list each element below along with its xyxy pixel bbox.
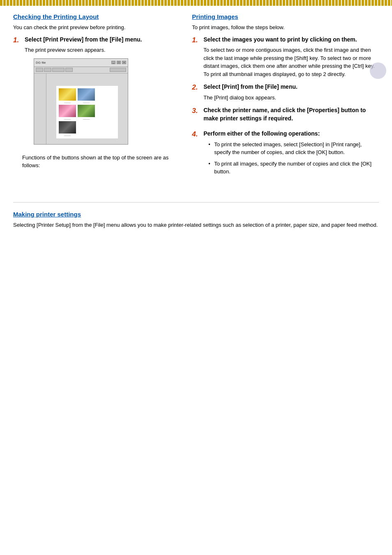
section1-intro: You can check the print preview before p… (13, 23, 179, 32)
thumb-pink: ______ (59, 105, 76, 120)
thumb-green-cap: ______ (78, 117, 95, 120)
thumb-blue-img (78, 88, 95, 101)
preview-body: ______ ______ (34, 74, 128, 145)
thumb-pink-cap: ______ (59, 117, 76, 120)
preview-row3: ______ (59, 121, 115, 136)
preview-toolbar: DG file _ □ × (34, 59, 128, 67)
thumb-yellow: ______ (59, 88, 76, 103)
prev-tool-btn5 (110, 68, 126, 72)
preview-sidebar (34, 74, 46, 145)
step1-right-desc: To select two or more contiguous images,… (203, 46, 379, 78)
preview-row2: ______ ______ (59, 105, 115, 120)
preview-page: ______ ______ (56, 86, 118, 138)
section1-title: Checking the Printing Layout (13, 13, 179, 20)
step2-right: 2. Select [Print] from the [File] menu. … (192, 83, 379, 101)
step4-right-title: Perform either of the following operatio… (203, 130, 379, 138)
step2-right-desc: The [Print] dialog box appears. (203, 94, 379, 102)
prev-tool-btn3 (52, 68, 65, 72)
step2-right-title: Select [Print] from the [File] menu. (203, 83, 379, 91)
left-column: Checking the Printing Layout You can che… (13, 13, 189, 184)
thumb-yellow-cap: ______ (59, 101, 76, 103)
thumb-dark: ______ (59, 121, 76, 136)
thumb-yellow-img (59, 88, 76, 101)
step1-left-title: Select [Print Preview] from the [File] m… (25, 36, 179, 44)
top-decorative-border (0, 0, 392, 6)
print-preview-screenshot: DG file _ □ × (34, 58, 128, 145)
step2-right-content: Select [Print] from the [File] menu. The… (203, 83, 379, 101)
preview-minimize-btn: _ (111, 61, 115, 64)
thumb-green: ______ (78, 105, 95, 120)
step4-right-number: 4. (192, 130, 201, 138)
section-divider (13, 202, 379, 203)
step1-right-number: 1. (192, 36, 201, 44)
step1-left: 1. Select [Print Preview] from the [File… (13, 36, 179, 149)
thumb-pink-img (59, 105, 76, 117)
step1-right-content: Select the images you want to print by c… (203, 36, 379, 78)
step1-left-desc: The print preview screen appears. (25, 46, 179, 54)
step3-right: 3. Check the printer name, and click the… (192, 106, 379, 125)
thumb-dark-img (59, 121, 76, 134)
step3-right-title: Check the printer name, and click the [P… (203, 106, 379, 122)
content-area: Checking the Printing Layout You can che… (0, 13, 392, 184)
section3-title: Making printer settings (13, 211, 379, 218)
section2-intro: To print images, follow the steps below. (192, 23, 379, 32)
thumb-blue-cap: ______ (78, 101, 95, 103)
thumb-blue: ______ (78, 88, 95, 103)
step3-right-content: Check the printer name, and click the [P… (203, 106, 379, 125)
preview-maximize-btn: □ (117, 61, 121, 64)
step4-bullet-list: To print the selected images, select [Se… (203, 140, 379, 176)
step1-left-content: Select [Print Preview] from the [File] m… (25, 36, 179, 149)
preview-main: ______ ______ (46, 74, 128, 145)
step4-right-content: Perform either of the following operatio… (203, 130, 379, 179)
step2-right-number: 2. (192, 83, 201, 92)
step4-right: 4. Perform either of the following opera… (192, 130, 379, 179)
section2-title: Printing Images (192, 13, 379, 20)
section3-intro: Selecting [Printer Setup] from the [File… (13, 221, 379, 229)
thumb-dark-cap: ______ (59, 134, 76, 136)
prev-tool-btn4 (65, 68, 73, 72)
prev-tool-btn1 (36, 68, 43, 72)
preview-close-btn: × (122, 61, 126, 64)
step3-right-number: 3. (192, 107, 201, 115)
bullet-item-2: To print all images, specify the number … (208, 160, 379, 176)
preview-row1: ______ ______ (59, 88, 115, 103)
functions-text: Functions of the buttons shown at the to… (22, 154, 179, 170)
step1-left-number: 1. (13, 36, 22, 44)
right-column: Printing Images To print images, follow … (189, 13, 379, 184)
step1-right-title: Select the images you want to print by c… (203, 36, 379, 44)
step1-right: 1. Select the images you want to print b… (192, 36, 379, 78)
preview-toolbar2 (34, 67, 128, 74)
preview-toolbar-title: DG file (36, 61, 46, 64)
prev-tool-btn2 (44, 68, 51, 72)
decorative-circle (370, 62, 386, 79)
thumb-green-img (78, 105, 95, 117)
bottom-section: Making printer settings Selecting [Print… (0, 184, 392, 229)
bullet-item-1: To print the selected images, select [Se… (208, 140, 379, 157)
page-container: Checking the Printing Layout You can che… (0, 0, 392, 555)
